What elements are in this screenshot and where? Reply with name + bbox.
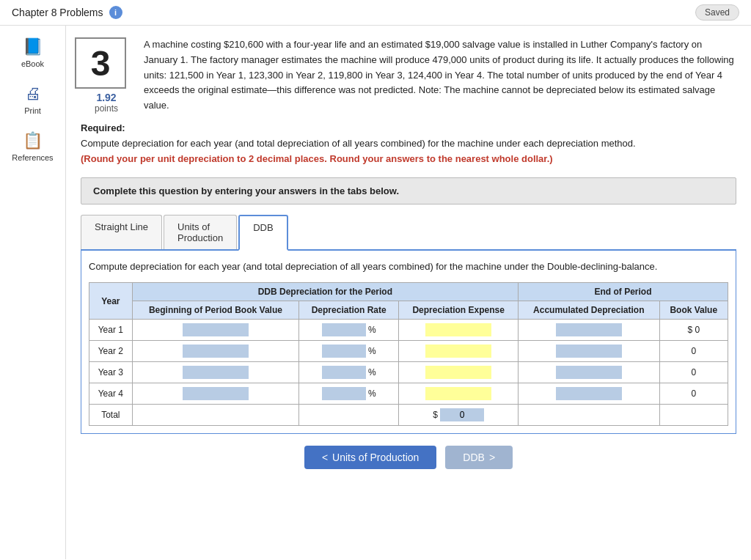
input-depreciation-expense[interactable] xyxy=(425,323,491,336)
required-label: Required: xyxy=(81,122,736,133)
cell-beginning-book-value[interactable] xyxy=(132,341,299,362)
input-depreciation-expense[interactable] xyxy=(425,345,491,358)
table-row: Year 4 %0 xyxy=(89,383,728,405)
cell-dollar-sign: $ xyxy=(433,410,440,420)
input-beginning-book-value[interactable] xyxy=(183,366,249,379)
cell-depreciation-rate xyxy=(299,405,399,426)
cell-depreciation-expense[interactable] xyxy=(399,383,519,405)
cell-accumulated-depreciation[interactable] xyxy=(519,341,660,362)
sidebar-item-print[interactable]: 🖨 Print xyxy=(4,80,62,119)
chapter-title: Chapter 8 Problems xyxy=(12,7,103,18)
ebook-icon: 📘 xyxy=(23,37,43,56)
table-row: Year 1 %$ 0 xyxy=(89,320,728,341)
input-accumulated-depreciation[interactable] xyxy=(556,345,622,358)
points-value: 1.92 xyxy=(96,92,116,103)
cell-book-value: 0 xyxy=(659,383,728,405)
cell-depreciation-expense[interactable] xyxy=(399,320,519,341)
table-area: Compute depreciation for each year (and … xyxy=(81,251,736,435)
cell-book-value: 0 xyxy=(659,362,728,383)
forward-button-label: DDB xyxy=(463,452,485,463)
input-beginning-book-value[interactable] xyxy=(183,387,249,400)
cell-beginning-book-value[interactable] xyxy=(132,405,299,426)
cell-accumulated-depreciation xyxy=(519,405,660,426)
sidebar-ebook-label: eBook xyxy=(21,59,44,68)
content-area: 3 1.92 points A machine costing $210,600… xyxy=(66,26,751,559)
chapter-title-area: Chapter 8 Problems i xyxy=(12,6,122,19)
input-depreciation-rate[interactable] xyxy=(322,387,366,400)
question-text: A machine costing $210,600 with a four-y… xyxy=(144,37,736,114)
cell-year: Year 2 xyxy=(89,341,133,362)
print-icon: 🖨 xyxy=(25,84,41,103)
col-rate-header: Depreciation Rate xyxy=(299,301,399,320)
table-row: Year 3 %0 xyxy=(89,362,728,383)
forward-chevron: > xyxy=(489,452,495,463)
back-chevron: < xyxy=(322,452,328,463)
cell-beginning-book-value[interactable] xyxy=(132,383,299,405)
input-depreciation-expense[interactable] xyxy=(425,387,491,400)
back-button-label: Units of Production xyxy=(332,452,419,463)
cell-beginning-book-value[interactable] xyxy=(132,320,299,341)
col-bookvalue-header: Book Value xyxy=(659,301,728,320)
sidebar-item-references[interactable]: 📋 References xyxy=(4,127,62,166)
cell-accumulated-depreciation[interactable] xyxy=(519,320,660,341)
question-text-area: A machine costing $210,600 with a four-y… xyxy=(144,37,736,114)
info-icon[interactable]: i xyxy=(109,6,122,19)
references-icon: 📋 xyxy=(23,131,43,150)
cell-beginning-book-value[interactable] xyxy=(132,362,299,383)
table-description: Compute depreciation for each year (and … xyxy=(89,259,728,274)
input-accumulated-depreciation[interactable] xyxy=(556,387,622,400)
input-depreciation-expense[interactable] xyxy=(425,366,491,379)
cell-depreciation-expense[interactable] xyxy=(399,362,519,383)
tab-units-production[interactable]: Units ofProduction xyxy=(164,215,237,249)
book-value-dollar: $ xyxy=(687,325,695,335)
cell-year: Year 4 xyxy=(89,383,133,405)
round-note: (Round your per unit depreciation to 2 d… xyxy=(81,153,553,164)
top-bar: Chapter 8 Problems i Saved xyxy=(0,0,751,26)
input-depreciation-rate[interactable] xyxy=(322,366,366,379)
cell-depreciation-expense[interactable]: $ xyxy=(399,405,519,426)
sidebar: 📘 eBook 🖨 Print 📋 References xyxy=(0,26,66,559)
end-period-header: End of Period xyxy=(519,283,728,301)
input-accumulated-depreciation[interactable] xyxy=(556,366,622,379)
input-beginning-book-value[interactable] xyxy=(183,323,249,336)
sidebar-print-label: Print xyxy=(24,106,41,115)
input-total-expense[interactable] xyxy=(440,408,484,421)
question-header: 3 1.92 points A machine costing $210,600… xyxy=(81,37,736,114)
back-button[interactable]: < Units of Production xyxy=(304,446,436,469)
cell-depreciation-rate[interactable]: % xyxy=(299,341,399,362)
ddb-table: Year DDB Depreciation for the Period End… xyxy=(89,282,728,426)
nav-buttons: < Units of Production DDB > xyxy=(81,446,736,469)
question-number-wrap: 3 1.92 points xyxy=(81,37,132,114)
input-depreciation-rate[interactable] xyxy=(322,345,366,358)
saved-badge: Saved xyxy=(695,4,739,21)
cell-accumulated-depreciation[interactable] xyxy=(519,362,660,383)
col-expense-header: Depreciation Expense xyxy=(399,301,519,320)
points-area: 1.92 points xyxy=(95,92,118,114)
tabs: Straight Line Units ofProduction DDB xyxy=(81,215,736,251)
cell-book-value xyxy=(659,405,728,426)
cell-depreciation-expense[interactable] xyxy=(399,341,519,362)
tab-straight-line[interactable]: Straight Line xyxy=(81,215,162,249)
col-accumulated-header: Accumulated Depreciation xyxy=(519,301,660,320)
cell-accumulated-depreciation[interactable] xyxy=(519,383,660,405)
tab-ddb[interactable]: DDB xyxy=(238,215,287,251)
col-year-header: Year xyxy=(89,283,133,320)
sidebar-item-ebook[interactable]: 📘 eBook xyxy=(4,33,62,73)
cell-book-value: 0 xyxy=(659,341,728,362)
points-label: points xyxy=(95,103,118,114)
input-depreciation-rate[interactable] xyxy=(322,323,366,336)
forward-button[interactable]: DDB > xyxy=(445,446,513,469)
input-beginning-book-value[interactable] xyxy=(183,345,249,358)
table-row: Total$ xyxy=(89,405,728,426)
cell-year: Year 3 xyxy=(89,362,133,383)
cell-depreciation-rate[interactable]: % xyxy=(299,362,399,383)
cell-depreciation-rate[interactable]: % xyxy=(299,320,399,341)
ddb-period-header: DDB Depreciation for the Period xyxy=(132,283,518,301)
input-accumulated-depreciation[interactable] xyxy=(556,323,622,336)
cell-book-value: $ 0 xyxy=(659,320,728,341)
main-layout: 📘 eBook 🖨 Print 📋 References 3 1.92 poin… xyxy=(0,26,751,559)
question-number: 3 xyxy=(75,37,126,89)
complete-box: Complete this question by entering your … xyxy=(81,177,736,205)
cell-year: Total xyxy=(89,405,133,426)
cell-depreciation-rate[interactable]: % xyxy=(299,383,399,405)
